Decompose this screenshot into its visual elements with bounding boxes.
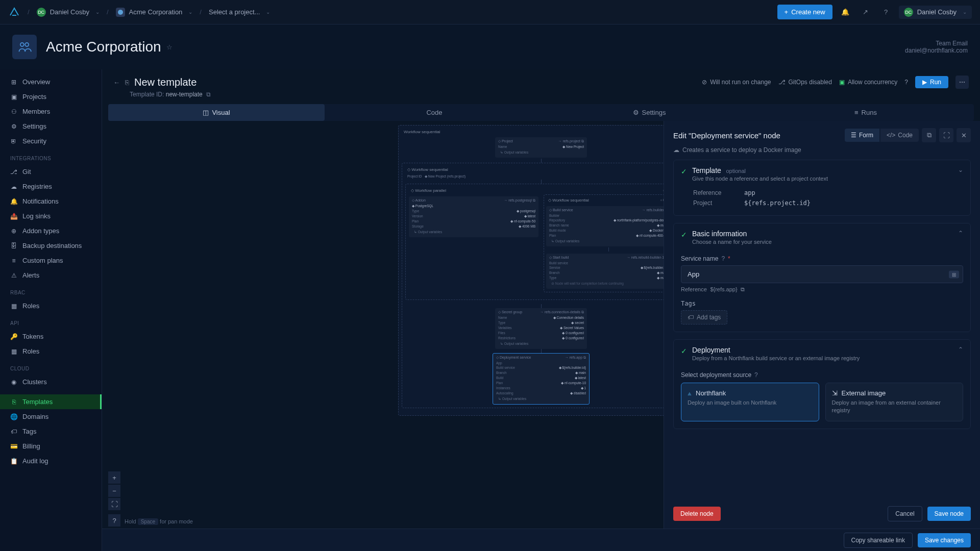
breadcrumb-corp[interactable]: Acme Corporation ⌄ (111, 6, 198, 19)
sidebar-item-audit-log[interactable]: 📋Audit log (0, 454, 102, 468)
tab-label: Visual (212, 109, 230, 116)
cancel-button[interactable]: Cancel (888, 506, 922, 521)
deploy-option-external[interactable]: ⇲External image Deploy an image from an … (825, 383, 964, 421)
code-tab[interactable]: </>Code (880, 129, 919, 142)
sidebar-item-projects[interactable]: ▣Projects (0, 89, 102, 104)
sidebar-icon: 📤 (10, 213, 17, 220)
git-icon: ⎇ (778, 79, 786, 86)
delete-node-button[interactable]: Delete node (673, 507, 721, 521)
fit-button[interactable]: ⛶ (108, 498, 120, 510)
more-button[interactable]: ⋯ (955, 76, 969, 89)
sidebar-item-domains[interactable]: 🌐Domains (0, 409, 102, 424)
zoom-out-button[interactable]: − (108, 485, 120, 497)
user-menu[interactable]: DC Daniel Cosby ⌄ (899, 6, 972, 19)
save-node-button[interactable]: Save node (927, 507, 971, 521)
sidebar-item-label: Members (22, 108, 50, 115)
help-canvas-button[interactable]: ? (108, 514, 120, 527)
concurrency-toggle[interactable]: ▣Allow concurrency (839, 79, 897, 86)
breadcrumb-project[interactable]: Select a project... ⌄ (204, 6, 275, 18)
zoom-in-button[interactable]: + (108, 471, 120, 484)
bottom-bar: Copy shareable link Save changes (102, 529, 980, 551)
notifications-button[interactable]: 🔔 (838, 5, 853, 20)
workflow-parallel[interactable]: ◇ Workflow parallel▫ ⧉ ▫ ◇ Addon→ refs.p… (405, 184, 677, 300)
sidebar-item-label: Clusters (22, 378, 47, 386)
help-icon[interactable]: ? (721, 255, 725, 262)
create-new-button[interactable]: + Create new (777, 5, 832, 19)
copy-icon[interactable]: ⧉ (206, 91, 211, 98)
workflow-sequential-build[interactable]: ◇ Workflow sequential▫ ⧉ ▫ ◇ Build servi… (544, 194, 673, 292)
logo[interactable] (8, 6, 20, 18)
chevron-up-icon: ⌃ (958, 346, 963, 353)
breadcrumb-project-placeholder: Select a project... (209, 8, 260, 16)
sidebar-item-members[interactable]: ⚇Members (0, 104, 102, 119)
sidebar-item-backup-destinations[interactable]: 🗄Backup destinations (0, 238, 102, 253)
add-tags-button[interactable]: 🏷 Add tags (681, 310, 727, 324)
sidebar-section-integrations: INTEGRATIONS (0, 148, 102, 164)
expand-button[interactable]: ⛶ (939, 128, 953, 142)
tab-visual[interactable]: ◫Visual (108, 104, 325, 121)
form-tab[interactable]: ☰Form (845, 129, 879, 142)
sidebar-item-tokens[interactable]: 🔑Tokens (0, 329, 102, 344)
sidebar-item-overview[interactable]: ⊞Overview (0, 74, 102, 89)
sidebar-item-roles[interactable]: ▦Roles (0, 344, 102, 359)
node-secret-group[interactable]: ◇ Secret group→ refs.connection-details … (495, 308, 587, 349)
tags-label: Tags (681, 300, 963, 307)
sidebar-item-alerts[interactable]: ⚠Alerts (0, 268, 102, 283)
sidebar-item-log-sinks[interactable]: 📤Log sinks (0, 209, 102, 223)
sidebar-icon: ⚇ (10, 108, 17, 115)
node-addon[interactable]: ◇ Addon→ refs.postgresql ⧉ ◆ PostgreSQL … (409, 196, 538, 237)
sidebar-item-billing[interactable]: 💳Billing (0, 439, 102, 454)
sidebar-icon: 📋 (10, 458, 17, 465)
tab-settings[interactable]: ⚙Settings (541, 104, 757, 121)
help-icon[interactable]: ? (754, 371, 758, 379)
sidebar-item-templates[interactable]: ⎘Templates (0, 394, 102, 409)
external-icon: ⇲ (832, 389, 838, 397)
copy-icon[interactable]: ⧉ (741, 286, 745, 292)
help-button[interactable]: ? (878, 5, 894, 20)
breadcrumb-user[interactable]: DC Daniel Cosby ⌄ (32, 6, 105, 19)
sidebar-item-git[interactable]: ⎇Git (0, 164, 102, 179)
sidebar-item-roles[interactable]: ▦Roles (0, 298, 102, 313)
canvas[interactable]: Workflow sequential▫ ▫ ◇ Project→ refs.p… (102, 121, 980, 551)
workflow-sequential-outer[interactable]: Workflow sequential▫ ▫ ◇ Project→ refs.p… (398, 125, 684, 416)
close-panel-button[interactable]: ✕ (957, 128, 971, 142)
breadcrumb-user-label: Daniel Cosby (50, 8, 89, 16)
node-build-service[interactable]: ◇ Build service→ refs.builder ⧉ BuilderR… (546, 206, 671, 246)
sidebar-item-notifications[interactable]: 🔔Notifications (0, 194, 102, 209)
node-project[interactable]: ◇ Project→ refs.project ⧉ Name◆ New Proj… (495, 137, 587, 158)
sidebar-item-registries[interactable]: ☁Registries (0, 179, 102, 194)
copy-link-button[interactable]: Copy shareable link (844, 533, 913, 548)
service-name-input[interactable] (681, 265, 963, 283)
back-button[interactable]: ← (113, 79, 120, 86)
tab-code[interactable]: Code (325, 104, 541, 121)
gitops-toggle[interactable]: ⎇GitOps disabled (778, 79, 832, 86)
node-deployment-service[interactable]: ◇ Deployment service→ refs.app ⧉ AppBuil… (493, 353, 590, 405)
close-icon: ✕ (961, 132, 967, 139)
sidebar-item-label: Roles (22, 347, 39, 355)
node-start-build[interactable]: ◇ Start build→ refs.rebuild-builder-1 ⧉ … (546, 254, 671, 289)
info-button[interactable]: ? (904, 79, 908, 86)
sidebar-item-addon-types[interactable]: ⊕Addon types (0, 223, 102, 238)
section-template-header[interactable]: ✓ Template optional Give this node a ref… (674, 160, 970, 188)
copy-button[interactable]: ⧉ (922, 128, 936, 142)
updates-button[interactable]: ↗ (858, 5, 873, 20)
deploy-option-northflank[interactable]: ⟁Northflank Deploy an image built on Nor… (681, 383, 819, 421)
run-button[interactable]: ▶Run (915, 76, 948, 88)
sidebar-item-security[interactable]: ⛨Security (0, 134, 102, 148)
team-icon (12, 35, 37, 59)
separator: / (200, 8, 202, 16)
sidebar-item-custom-plans[interactable]: ≡Custom plans (0, 253, 102, 268)
input-badge[interactable]: ⊞ (949, 270, 959, 278)
tab-runs[interactable]: ≡Runs (757, 104, 974, 121)
sidebar-item-label: Roles (22, 302, 39, 310)
favorite-button[interactable]: ☆ (166, 43, 173, 51)
section-basic-header[interactable]: ✓ Basic information Choose a name for yo… (674, 223, 970, 251)
tab-label: Code (426, 109, 442, 116)
workflow-sequential-inner[interactable]: ◇ Workflow sequential▫ ⧉ ▫ Project ID ◆ … (402, 163, 680, 408)
run-on-change-toggle[interactable]: ⊘Will not run on change (702, 79, 771, 86)
sidebar-item-settings[interactable]: ⚙Settings (0, 119, 102, 134)
save-changes-button[interactable]: Save changes (918, 533, 971, 547)
sidebar-item-clusters[interactable]: ◉Clusters (0, 374, 102, 389)
sidebar-item-tags[interactable]: 🏷Tags (0, 424, 102, 439)
section-deployment-header[interactable]: ✓ Deployment Deploy from a Northflank bu… (674, 340, 970, 367)
